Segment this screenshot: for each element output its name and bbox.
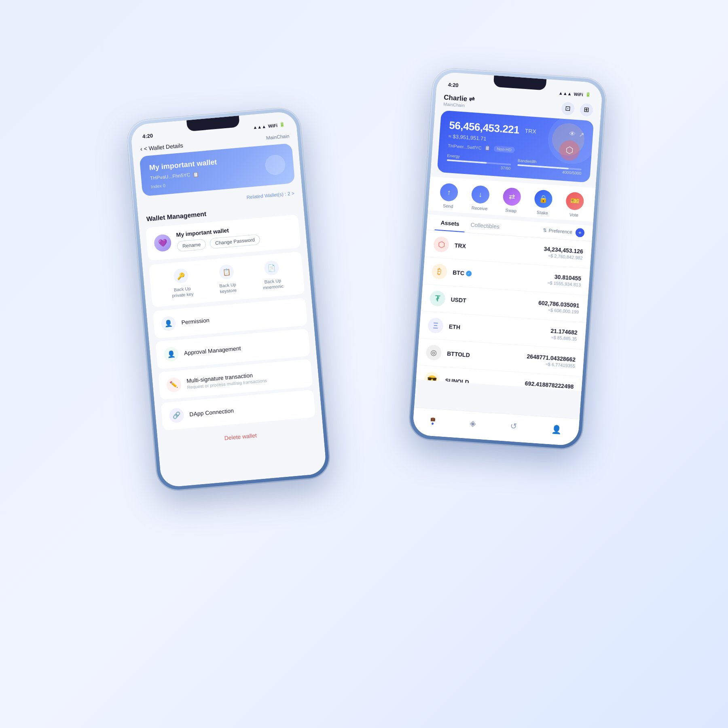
nav-history[interactable]: ↺ [510,421,517,431]
permission-label: Permission [181,317,210,326]
scan-button[interactable]: ⊡ [561,102,575,115]
volume-up-button[interactable] [130,186,133,206]
right-power-button[interactable] [600,156,603,184]
nav-title: < Wallet Details [144,142,183,152]
backup-mnemonic[interactable]: 📄 Back Upmnemonic [261,260,284,291]
status-time: 4:20 [142,133,153,140]
main-wallet-screen: 4:20 ▲▲▲ WiFi 🔋 Charlie ⇌ MainChain ⊡ [412,72,603,446]
power-button[interactable] [306,183,310,211]
nav-collections-icon: ◈ [469,418,476,428]
right-signal-icon: ▲▲▲ [559,90,572,96]
sunold-name: SUNOLD [445,377,469,385]
qr-button[interactable]: ⊞ [580,103,593,116]
sunold-icon: 😎 [423,371,440,388]
dapp-icon: 🔗 [169,407,184,423]
receive-icon: ↓ [471,185,490,204]
receive-button[interactable]: ↓ Receive [470,185,490,211]
usdt-amounts: 602,786.035091 ≈$ 606,000.199 [538,300,580,315]
right-volume-down-button[interactable] [424,158,427,178]
battery-icon: 🔋 [279,122,285,127]
change-password-button[interactable]: Change Password [210,234,260,249]
preference-icon: ⇅ [543,227,547,233]
multisig-info: Multi-signature transaction Request or p… [186,370,267,389]
expand-icon[interactable]: ↗ [578,131,584,139]
btc-name-row: BTC ✓ [453,269,472,277]
multisig-icon: ✏️ [166,377,182,393]
private-key-icon: 🔑 [173,268,189,284]
wallet-details-screen: 4:20 ▲▲▲ WiFi 🔋 ‹ < Wallet Details MainC… [130,111,327,488]
back-button[interactable]: ‹ < Wallet Details [140,142,183,152]
right-volume-up-button[interactable] [426,131,429,152]
swap-label: Swap [505,207,516,213]
asset-list: ⬡ TRX 34,234,453.126 ≈$ 2,760,842.982 ₿ … [416,230,592,391]
nav-history-icon: ↺ [510,421,517,431]
bttold-amounts: 2648771.04328662 ≈$ 6.77419355 [526,353,576,368]
stake-label: Stake [537,210,548,216]
copy-icon[interactable]: 📋 [193,171,199,177]
permission-icon: 👤 [161,315,176,331]
signal-icon: ▲▲▲ [253,124,267,130]
address-display: THPwer...5wtfYC [448,143,482,150]
wifi-icon: WiFi [268,123,277,128]
preference-label: Preference [548,228,573,235]
energy-resource: Energy 37/60 [447,153,512,171]
eth-amounts: 21.174682 ≈$ 85,885.35 [550,328,578,342]
send-button[interactable]: ↑ Send [439,183,458,209]
back-arrow: ‹ [140,145,142,152]
bttold-icon: ◎ [425,345,442,361]
left-phone: 4:20 ▲▲▲ WiFi 🔋 ‹ < Wallet Details MainC… [126,106,332,492]
sunold-amounts: 692.418878222498 ≈$ 13.5483871 [524,380,574,391]
backup-mnemonic-label: Back Upmnemonic [262,277,284,291]
header-actions: ⊡ ⊞ [561,102,593,116]
backup-keystore[interactable]: 📋 Back Upkeystore [218,264,237,294]
nav-collections[interactable]: ◈ [469,418,476,428]
eth-icon: Ξ [427,317,444,334]
rename-button[interactable]: Rename [177,239,206,252]
balance-card: 56,456,453.221 TRX 👁 ↗ ≈ $3,951,951.71 T… [437,110,594,183]
volume-down-button[interactable] [132,212,135,233]
visibility-icon[interactable]: 👁 [569,130,576,138]
usdt-name: USDT [451,296,466,304]
vote-icon: 🎫 [565,192,584,211]
nav-profile[interactable]: 👤 [551,424,562,434]
mnemonic-icon: 📄 [264,260,279,276]
right-status-icons: ▲▲▲ WiFi 🔋 [559,90,591,98]
backup-private-key-label: Back Upprivate key [171,286,194,299]
sunold-balance: 692.418878222498 [525,380,574,390]
stake-button[interactable]: 🔒 Stake [533,189,553,216]
keystore-icon: 📋 [219,264,235,280]
right-phone-screen: 4:20 ▲▲▲ WiFi 🔋 Charlie ⇌ MainChain ⊡ [412,72,603,446]
actions-row: ↑ Send ↓ Receive ⇄ Swap 🔒 Stake [428,176,596,222]
wallet-avatar: 💜 [153,234,172,252]
swap-button[interactable]: ⇄ Swap [502,187,521,214]
add-asset-button[interactable]: + [575,228,584,237]
btc-icon: ₿ [431,263,448,280]
nav-profile-icon: 👤 [551,424,562,434]
nav-assets[interactable]: 💼 [430,416,436,425]
right-phone: 4:20 ▲▲▲ WiFi 🔋 Charlie ⇌ MainChain ⊡ [408,67,607,451]
backup-private-key[interactable]: 🔑 Back Upprivate key [170,268,194,299]
status-icons: ▲▲▲ WiFi 🔋 [253,122,286,130]
vote-button[interactable]: 🎫 Vote [565,192,584,218]
wallet-info: My important wallet Rename Change Passwo… [176,224,260,252]
backup-keystore-label: Back Upkeystore [219,281,237,294]
wallet-name-row: 💜 My important wallet Rename Change Pass… [153,222,293,254]
stake-icon: 🔒 [534,189,553,208]
address-text: THPvaU...Fhn5YC [150,172,190,181]
left-phone-screen: 4:20 ▲▲▲ WiFi 🔋 ‹ < Wallet Details MainC… [130,111,327,488]
bottom-nav: 💼 ◈ ↺ 👤 [412,407,580,446]
send-icon: ↑ [440,183,459,202]
preference-button[interactable]: ⇅ Preference [543,227,573,235]
tab-collectibles[interactable]: Collectibles [464,217,506,235]
tab-assets[interactable]: Assets [434,215,465,232]
non-hd-badge: Non-HD [493,146,515,153]
dapp-label: DApp Connection [189,407,234,418]
address-copy-icon[interactable]: 📋 [485,145,491,151]
balance-currency: TRX [525,127,536,135]
send-label: Send [443,203,453,209]
eth-balance: 21.174682 [550,328,578,336]
trx-name: TRX [454,242,466,250]
right-status-time: 4:20 [448,82,459,89]
nav-active-dot [432,422,434,424]
vote-label: Vote [569,212,579,218]
